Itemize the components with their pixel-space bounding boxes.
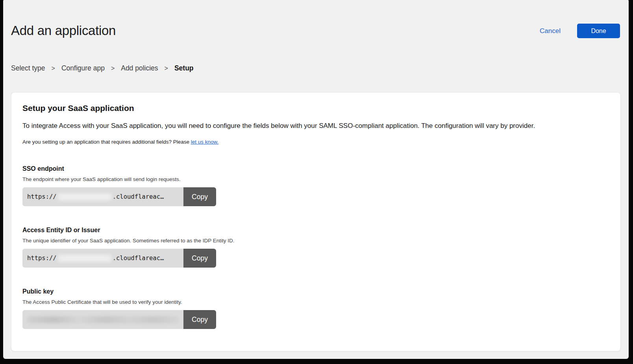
field-label: Public key xyxy=(22,288,609,295)
copy-button[interactable]: Copy xyxy=(183,249,216,268)
done-button[interactable]: Done xyxy=(577,24,620,38)
field-label: Access Entity ID or Issuer xyxy=(22,227,609,234)
breadcrumb-step-add-policies[interactable]: Add policies xyxy=(121,64,158,72)
copy-button[interactable]: Copy xyxy=(183,310,216,329)
breadcrumb-step-configure-app[interactable]: Configure app xyxy=(61,64,105,72)
breadcrumb-separator: > xyxy=(52,65,55,72)
field-description: The unique identifier of your SaaS appli… xyxy=(22,238,609,244)
value-prefix: https:// xyxy=(27,255,57,262)
setup-card: Setup your SaaS application To integrate… xyxy=(11,92,621,351)
entity-id-value: https://.cloudflareac… xyxy=(22,249,183,268)
value-suffix: .cloudflareac… xyxy=(113,193,164,200)
field-description: The endpoint where your SaaS application… xyxy=(22,176,609,182)
breadcrumb-step-select-type[interactable]: Select type xyxy=(11,64,45,72)
app-window: Add an application Cancel Done Select ty… xyxy=(3,0,629,359)
card-heading: Setup your SaaS application xyxy=(22,103,609,113)
breadcrumb-separator: > xyxy=(165,65,168,72)
breadcrumb: Select type > Configure app > Add polici… xyxy=(3,64,629,72)
field-public-key: Public key The Access Public Certificate… xyxy=(22,288,609,329)
copy-button[interactable]: Copy xyxy=(183,187,216,206)
redacted-text xyxy=(58,193,111,201)
breadcrumb-separator: > xyxy=(111,65,115,72)
field-label: SSO endpoint xyxy=(22,165,609,172)
redacted-text xyxy=(27,316,178,323)
let-us-know-link[interactable]: let us know. xyxy=(191,139,219,145)
note-text: Are you setting up an application that r… xyxy=(22,139,189,145)
cancel-button[interactable]: Cancel xyxy=(540,27,561,35)
page-title: Add an application xyxy=(11,24,116,38)
header-actions: Cancel Done xyxy=(540,24,620,38)
field-description: The Access Public Certificate that will … xyxy=(22,299,609,305)
sso-endpoint-row: https://.cloudflareac… Copy xyxy=(22,187,216,206)
public-key-value xyxy=(22,310,183,329)
redacted-text xyxy=(58,255,111,262)
value-prefix: https:// xyxy=(27,193,57,200)
value-suffix: .cloudflareac… xyxy=(113,255,164,262)
public-key-row: Copy xyxy=(22,310,216,329)
intro-text: To integrate Access with your SaaS appli… xyxy=(22,122,609,130)
breadcrumb-step-setup: Setup xyxy=(174,64,194,72)
additional-fields-note: Are you setting up an application that r… xyxy=(22,139,609,145)
field-entity-id: Access Entity ID or Issuer The unique id… xyxy=(22,227,609,268)
entity-id-row: https://.cloudflareac… Copy xyxy=(22,249,216,268)
field-sso-endpoint: SSO endpoint The endpoint where your Saa… xyxy=(22,165,609,206)
page-header: Add an application Cancel Done xyxy=(3,0,629,38)
sso-endpoint-value: https://.cloudflareac… xyxy=(22,187,183,206)
